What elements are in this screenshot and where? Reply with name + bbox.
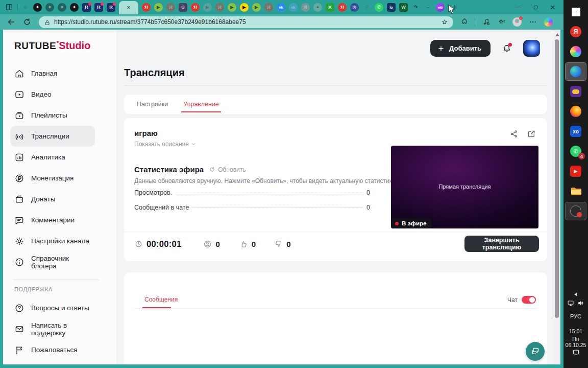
wb-favicon[interactable]: wb xyxy=(436,3,445,12)
star-app-favicon[interactable]: ✦ xyxy=(58,3,66,12)
bookmark-star-icon[interactable] xyxy=(441,18,448,26)
taskbar-edge[interactable] xyxy=(566,63,586,80)
music-extension-icon[interactable] xyxy=(482,18,491,26)
sidebar-item-comments[interactable]: Комментарии xyxy=(10,210,95,231)
clock-app-favicon[interactable]: ◷ xyxy=(350,3,359,12)
tab-overview-icon[interactable] xyxy=(5,3,13,11)
oval-app-favicon[interactable]: ⊙ xyxy=(179,3,187,12)
yandex-favicon[interactable]: Я xyxy=(166,3,175,12)
back-button[interactable] xyxy=(7,17,16,27)
maximize-button[interactable] xyxy=(527,1,544,14)
taskbar-obs[interactable] xyxy=(566,202,586,220)
finish-stream-button[interactable]: Завершить трансляцию xyxy=(464,236,539,252)
rutube-favicon[interactable]: R xyxy=(94,3,103,12)
address-bar[interactable]: https://studio.rutube.ru/stream/3774b57c… xyxy=(39,16,453,28)
copilot-icon[interactable] xyxy=(544,18,553,27)
kontur-favicon[interactable]: K xyxy=(326,3,334,12)
yandex-favicon[interactable]: Я xyxy=(338,3,347,12)
sidebar-item-home[interactable]: Главная xyxy=(10,63,95,84)
io-favicon[interactable]: io xyxy=(387,3,396,12)
notifications-bell-icon[interactable] xyxy=(502,43,512,54)
system-tray[interactable] xyxy=(564,300,588,307)
show-description-toggle[interactable]: Показать описание xyxy=(134,141,196,148)
taskbar-whatsapp[interactable]: ✆4 xyxy=(566,143,586,160)
sidebar-item-playlists[interactable]: Плейлисты xyxy=(10,105,95,126)
more-menu-icon[interactable] xyxy=(529,18,537,26)
vk-favicon[interactable]: vk xyxy=(289,3,298,12)
likes-count[interactable]: 0 xyxy=(239,240,256,248)
stream-preview[interactable]: Прямая трансляция В эфире xyxy=(391,146,538,228)
taskbar-color-pin[interactable] xyxy=(566,43,586,60)
support-chat-fab[interactable] xyxy=(526,342,545,361)
active-tab[interactable]: × xyxy=(119,1,138,14)
taskbar-xo-app[interactable]: xo xyxy=(566,123,586,140)
taskbar-firefox[interactable] xyxy=(566,103,586,120)
yandex-favicon[interactable]: Я xyxy=(215,3,224,12)
star-app-favicon[interactable]: ✦ xyxy=(33,3,42,12)
share-icon[interactable] xyxy=(509,129,519,139)
play-favicon[interactable]: ▶ xyxy=(240,3,249,12)
close-window-button[interactable]: ✕ xyxy=(544,1,561,14)
minimize-button[interactable]: — xyxy=(509,1,527,14)
taskbar-yandex-browser[interactable]: Я xyxy=(566,23,586,40)
url-text[interactable]: https://studio.rutube.ru/stream/3774b57c… xyxy=(54,18,441,26)
rutube-favicon[interactable]: R xyxy=(107,3,115,12)
channel-avatar[interactable] xyxy=(523,40,540,57)
page-scrollbar[interactable] xyxy=(554,30,560,364)
hidden-icons-arrow[interactable] xyxy=(564,289,588,298)
yandex-favicon[interactable]: Я xyxy=(264,3,273,12)
extensions-icon[interactable] xyxy=(460,18,469,26)
taskbar-youtube[interactable]: ▶ xyxy=(566,163,586,180)
sidebar-item-broadcasts[interactable]: Трансляции xyxy=(10,126,95,147)
globe-favicon[interactable]: ⊕ xyxy=(21,3,30,12)
refresh-button[interactable]: Обновить xyxy=(209,166,246,173)
play-favicon[interactable]: ▶ xyxy=(154,3,163,12)
whatsapp-favicon[interactable]: ✆ xyxy=(375,3,383,12)
action-center-icon[interactable] xyxy=(564,349,588,358)
star-app-favicon[interactable]: ✦ xyxy=(45,3,54,12)
taskbar-explorer-folder[interactable] xyxy=(566,182,586,200)
rutube-studio-logo[interactable]: RUTUBE Studio xyxy=(14,40,116,52)
dash-favicon[interactable]: ‒ xyxy=(424,3,432,12)
scrollbar-thumb[interactable] xyxy=(555,39,559,318)
mic-favicon[interactable]: ● xyxy=(313,3,322,12)
clock-time[interactable]: 15:01 xyxy=(564,328,588,334)
w-favicon[interactable]: W xyxy=(399,3,408,12)
add-button[interactable]: Добавить xyxy=(430,40,491,57)
collections-icon[interactable] xyxy=(498,18,506,26)
sidebar-item-monetization[interactable]: Монетизация xyxy=(10,168,95,189)
tab-control[interactable]: Управление xyxy=(183,95,219,114)
sidebar-item-analytics[interactable]: Аналитика xyxy=(10,147,95,168)
play-favicon[interactable]: ▶ xyxy=(252,3,261,12)
sidebar-item-video[interactable]: Видео xyxy=(10,84,95,105)
yandex-favicon[interactable]: Я xyxy=(142,3,151,12)
scrollbar-up-arrow[interactable] xyxy=(555,33,559,36)
new-tab-button[interactable]: + xyxy=(450,2,460,12)
taskbar-game-center[interactable] xyxy=(566,83,586,100)
sidebar-item-report[interactable]: Пожаловаться xyxy=(10,339,95,360)
yandex-favicon[interactable]: Я xyxy=(301,3,310,12)
taskbar-windows-start[interactable] xyxy=(566,3,586,20)
vk-favicon[interactable]: vk xyxy=(277,3,285,12)
dislikes-count[interactable]: 0 xyxy=(274,240,290,248)
play-favicon[interactable]: ▶ xyxy=(203,3,212,12)
yandex-favicon[interactable]: Я xyxy=(191,3,200,12)
chat-toggle[interactable] xyxy=(522,296,536,304)
sidebar-item-faq[interactable]: Вопросы и ответы xyxy=(10,297,95,318)
play-favicon[interactable]: ▶ xyxy=(228,3,236,12)
sidebar-item-blogger-guide[interactable]: Справочник блогера xyxy=(10,251,95,272)
reload-button[interactable] xyxy=(22,17,32,27)
swoosh-favicon[interactable]: ↷ xyxy=(411,3,420,12)
sidebar-item-channel-settings[interactable]: Настройки канала xyxy=(10,231,95,251)
open-external-icon[interactable] xyxy=(527,129,536,139)
tab-settings[interactable]: Настройки xyxy=(137,95,168,114)
clock-date[interactable]: Пн 06.10.25 xyxy=(564,336,588,348)
tab-messages[interactable]: Сообщения xyxy=(144,296,178,303)
sidebar-item-donates[interactable]: Донаты xyxy=(10,189,95,210)
star-app-favicon[interactable]: ✦ xyxy=(70,3,79,12)
sidebar-item-write-support[interactable]: Написать в поддержку xyxy=(10,318,95,339)
browser-profile-avatar[interactable] xyxy=(512,17,522,27)
rutube-favicon[interactable]: R xyxy=(82,3,91,12)
language-indicator[interactable]: РУС xyxy=(564,313,588,319)
search-favicon[interactable]: ⚲ xyxy=(362,3,371,12)
